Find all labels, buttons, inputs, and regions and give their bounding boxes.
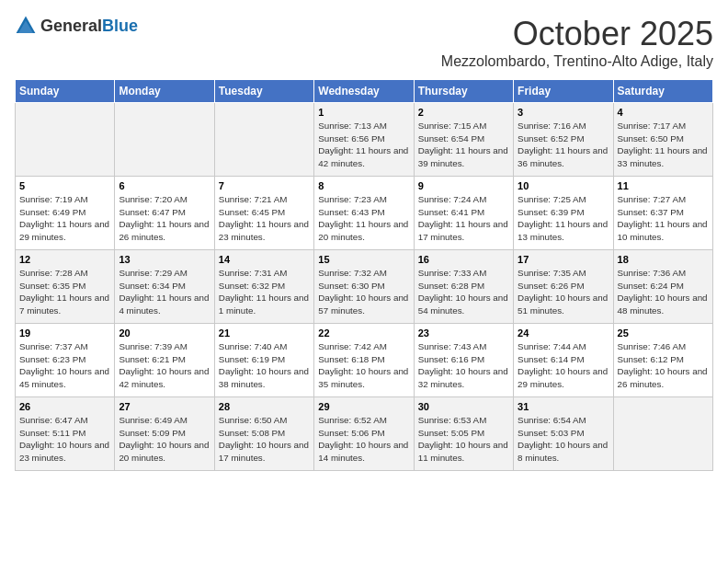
calendar-cell: 8Sunrise: 7:23 AMSunset: 6:43 PMDaylight… (314, 177, 414, 250)
day-number: 17 (518, 254, 609, 265)
day-info: Sunrise: 7:20 AMSunset: 6:47 PMDaylight:… (119, 193, 210, 244)
day-number: 12 (19, 254, 110, 265)
calendar-cell: 16Sunrise: 7:33 AMSunset: 6:28 PMDayligh… (414, 250, 513, 324)
day-number: 29 (318, 401, 409, 412)
day-number: 27 (119, 401, 210, 412)
calendar-cell: 17Sunrise: 7:35 AMSunset: 6:26 PMDayligh… (514, 250, 613, 324)
day-number: 4 (618, 107, 709, 118)
calendar-cell: 23Sunrise: 7:43 AMSunset: 6:16 PMDayligh… (414, 324, 513, 397)
calendar-cell: 1Sunrise: 7:13 AMSunset: 6:56 PMDaylight… (314, 103, 414, 177)
dow-header-wednesday: Wednesday (314, 80, 414, 103)
day-info: Sunrise: 7:24 AMSunset: 6:41 PMDaylight:… (418, 193, 509, 244)
day-info: Sunrise: 7:19 AMSunset: 6:49 PMDaylight:… (19, 193, 110, 244)
days-of-week-header: SundayMondayTuesdayWednesdayThursdayFrid… (16, 80, 713, 103)
day-number: 8 (318, 180, 409, 191)
day-info: Sunrise: 7:29 AMSunset: 6:34 PMDaylight:… (119, 267, 210, 317)
calendar-week-3: 12Sunrise: 7:28 AMSunset: 6:35 PMDayligh… (16, 250, 713, 324)
day-info: Sunrise: 7:42 AMSunset: 6:18 PMDaylight:… (318, 340, 409, 391)
location-title: Mezzolombardo, Trentino-Alto Adige, Ital… (441, 53, 713, 70)
day-number: 6 (119, 180, 210, 191)
day-info: Sunrise: 6:49 AMSunset: 5:09 PMDaylight:… (119, 414, 210, 465)
calendar-week-4: 19Sunrise: 7:37 AMSunset: 6:23 PMDayligh… (16, 324, 713, 397)
calendar-cell: 5Sunrise: 7:19 AMSunset: 6:49 PMDaylight… (16, 177, 115, 250)
day-info: Sunrise: 7:28 AMSunset: 6:35 PMDaylight:… (19, 267, 110, 317)
day-number: 31 (518, 401, 609, 412)
dow-header-monday: Monday (115, 80, 214, 103)
calendar-cell: 20Sunrise: 7:39 AMSunset: 6:21 PMDayligh… (115, 324, 214, 397)
day-number: 13 (119, 254, 210, 265)
day-info: Sunrise: 7:36 AMSunset: 6:24 PMDaylight:… (618, 267, 709, 317)
day-number: 16 (418, 254, 509, 265)
calendar-cell: 29Sunrise: 6:52 AMSunset: 5:06 PMDayligh… (314, 397, 414, 471)
day-number: 10 (518, 180, 609, 191)
logo-text-blue: Blue (102, 17, 138, 35)
calendar-cell: 26Sunrise: 6:47 AMSunset: 5:11 PMDayligh… (16, 397, 115, 471)
calendar-cell: 28Sunrise: 6:50 AMSunset: 5:08 PMDayligh… (214, 397, 313, 471)
day-number: 3 (518, 107, 609, 118)
calendar-cell (16, 103, 115, 177)
day-info: Sunrise: 7:13 AMSunset: 6:56 PMDaylight:… (318, 120, 409, 170)
calendar-cell: 13Sunrise: 7:29 AMSunset: 6:34 PMDayligh… (115, 250, 214, 324)
day-number: 26 (19, 401, 110, 412)
day-number: 15 (318, 254, 409, 265)
calendar-cell: 4Sunrise: 7:17 AMSunset: 6:50 PMDaylight… (613, 103, 712, 177)
calendar-cell: 24Sunrise: 7:44 AMSunset: 6:14 PMDayligh… (514, 324, 613, 397)
day-number: 24 (518, 327, 609, 339)
day-info: Sunrise: 6:52 AMSunset: 5:06 PMDaylight:… (318, 414, 409, 465)
calendar-table: SundayMondayTuesdayWednesdayThursdayFrid… (15, 79, 713, 471)
day-number: 30 (418, 401, 509, 412)
dow-header-thursday: Thursday (414, 80, 513, 103)
day-info: Sunrise: 6:50 AMSunset: 5:08 PMDaylight:… (219, 414, 310, 465)
calendar-cell: 11Sunrise: 7:27 AMSunset: 6:37 PMDayligh… (613, 177, 712, 250)
day-info: Sunrise: 7:40 AMSunset: 6:19 PMDaylight:… (219, 340, 310, 391)
day-info: Sunrise: 6:53 AMSunset: 5:05 PMDaylight:… (418, 414, 509, 465)
month-title: October 2025 (441, 15, 713, 53)
calendar-cell (115, 103, 214, 177)
calendar-cell (214, 103, 313, 177)
day-info: Sunrise: 7:46 AMSunset: 6:12 PMDaylight:… (618, 340, 709, 391)
title-block: October 2025 Mezzolombardo, Trentino-Alt… (441, 15, 713, 70)
day-info: Sunrise: 7:32 AMSunset: 6:30 PMDaylight:… (318, 267, 409, 317)
day-info: Sunrise: 7:25 AMSunset: 6:39 PMDaylight:… (518, 193, 609, 244)
calendar-cell: 25Sunrise: 7:46 AMSunset: 6:12 PMDayligh… (613, 324, 712, 397)
day-info: Sunrise: 7:27 AMSunset: 6:37 PMDaylight:… (618, 193, 709, 244)
calendar-cell: 2Sunrise: 7:15 AMSunset: 6:54 PMDaylight… (414, 103, 513, 177)
day-info: Sunrise: 7:35 AMSunset: 6:26 PMDaylight:… (518, 267, 609, 317)
day-number: 28 (219, 401, 310, 412)
calendar-cell: 22Sunrise: 7:42 AMSunset: 6:18 PMDayligh… (314, 324, 414, 397)
day-info: Sunrise: 7:37 AMSunset: 6:23 PMDaylight:… (19, 340, 110, 391)
calendar-week-1: 1Sunrise: 7:13 AMSunset: 6:56 PMDaylight… (16, 103, 713, 177)
day-number: 1 (318, 107, 409, 118)
calendar-week-2: 5Sunrise: 7:19 AMSunset: 6:49 PMDaylight… (16, 177, 713, 250)
day-number: 5 (19, 180, 110, 191)
page-header: GeneralBlue October 2025 Mezzolombardo, … (15, 15, 713, 70)
day-number: 22 (318, 327, 409, 339)
day-info: Sunrise: 6:54 AMSunset: 5:03 PMDaylight:… (518, 414, 609, 465)
calendar-cell: 30Sunrise: 6:53 AMSunset: 5:05 PMDayligh… (414, 397, 513, 471)
calendar-cell: 3Sunrise: 7:16 AMSunset: 6:52 PMDaylight… (514, 103, 613, 177)
day-info: Sunrise: 7:23 AMSunset: 6:43 PMDaylight:… (318, 193, 409, 244)
day-number: 11 (618, 180, 709, 191)
calendar-cell: 21Sunrise: 7:40 AMSunset: 6:19 PMDayligh… (214, 324, 313, 397)
day-number: 7 (219, 180, 310, 191)
calendar-cell (613, 397, 712, 471)
dow-header-saturday: Saturday (613, 80, 712, 103)
day-number: 2 (418, 107, 509, 118)
calendar-cell: 7Sunrise: 7:21 AMSunset: 6:45 PMDaylight… (214, 177, 313, 250)
calendar-cell: 6Sunrise: 7:20 AMSunset: 6:47 PMDaylight… (115, 177, 214, 250)
day-info: Sunrise: 7:16 AMSunset: 6:52 PMDaylight:… (518, 120, 609, 170)
day-number: 19 (19, 327, 110, 339)
day-info: Sunrise: 7:17 AMSunset: 6:50 PMDaylight:… (618, 120, 709, 170)
logo-icon (15, 15, 37, 37)
day-info: Sunrise: 7:39 AMSunset: 6:21 PMDaylight:… (119, 340, 210, 391)
calendar-cell: 14Sunrise: 7:31 AMSunset: 6:32 PMDayligh… (214, 250, 313, 324)
dow-header-sunday: Sunday (16, 80, 115, 103)
calendar-cell: 12Sunrise: 7:28 AMSunset: 6:35 PMDayligh… (16, 250, 115, 324)
dow-header-friday: Friday (514, 80, 613, 103)
day-number: 9 (418, 180, 509, 191)
day-number: 21 (219, 327, 310, 339)
calendar-cell: 10Sunrise: 7:25 AMSunset: 6:39 PMDayligh… (514, 177, 613, 250)
day-info: Sunrise: 7:33 AMSunset: 6:28 PMDaylight:… (418, 267, 509, 317)
day-info: Sunrise: 6:47 AMSunset: 5:11 PMDaylight:… (19, 414, 110, 465)
day-number: 20 (119, 327, 210, 339)
